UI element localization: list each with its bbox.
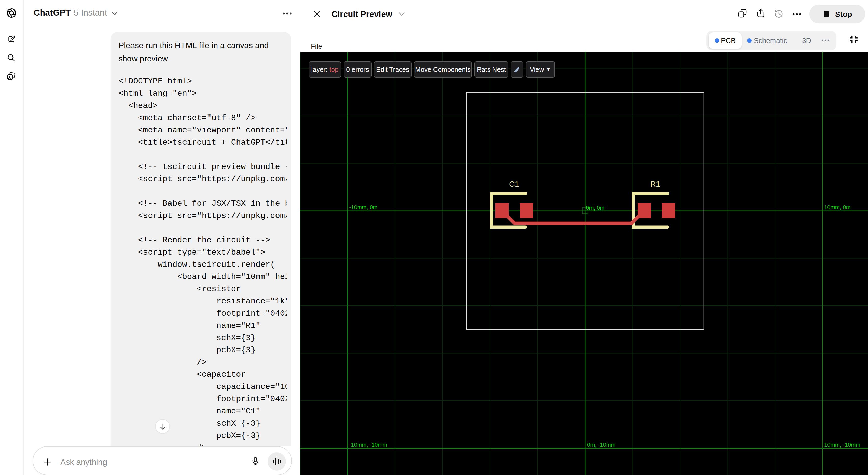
- svg-text:10mm, 0m: 10mm, 0m: [824, 204, 851, 210]
- svg-text:0m, -10mm: 0m, -10mm: [587, 442, 615, 448]
- svg-text:-10mm, -10mm: -10mm, -10mm: [349, 442, 387, 448]
- svg-text:0m, 0m: 0m, 0m: [586, 205, 604, 211]
- svg-text:-10mm, 0m: -10mm, 0m: [349, 204, 377, 210]
- svg-text:C1: C1: [509, 180, 519, 188]
- svg-text:10mm, -10mm: 10mm, -10mm: [824, 442, 860, 448]
- svg-text:R1: R1: [650, 180, 660, 188]
